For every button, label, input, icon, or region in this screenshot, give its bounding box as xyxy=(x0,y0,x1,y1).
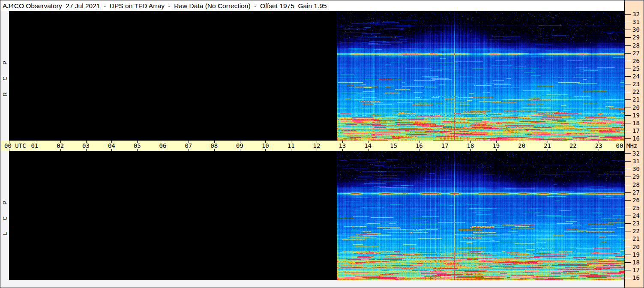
time-tick-label: 09 xyxy=(227,142,253,149)
freq-tick-label: 17 xyxy=(632,267,640,273)
freq-tick xyxy=(625,22,631,22)
freq-tick xyxy=(625,14,631,15)
freq-tick-label: 27 xyxy=(632,189,640,196)
freq-tick xyxy=(625,216,631,216)
time-tick-label: 16 xyxy=(406,142,432,149)
freq-tick xyxy=(625,153,631,154)
freq-tick xyxy=(625,45,631,46)
spectrograph-window: AJ4CO Observatory 27 Jul 2021 - DPS on T… xyxy=(0,0,644,288)
time-tick-label: 01 xyxy=(22,142,48,149)
freq-tick xyxy=(625,123,631,123)
freq-tick-label: 24 xyxy=(632,73,640,80)
polarization-label-lcp: L C P xyxy=(0,151,9,280)
freq-tick-label: 31 xyxy=(632,158,640,165)
freq-tick-label: 32 xyxy=(632,11,640,18)
time-tick-label: 10 xyxy=(252,142,278,149)
polarization-label-rcp: R C P xyxy=(0,11,9,141)
title-bar: AJ4CO Observatory 27 Jul 2021 - DPS on T… xyxy=(0,0,624,11)
freq-tick-label: 30 xyxy=(632,165,640,172)
freq-tick-label: 27 xyxy=(632,50,640,57)
freq-tick xyxy=(625,223,631,224)
freq-tick xyxy=(625,30,631,30)
time-tick-label: 02 xyxy=(48,142,73,149)
time-tick-label: 07 xyxy=(176,142,201,149)
freq-tick xyxy=(625,169,631,169)
time-tick-label: 14 xyxy=(355,142,381,149)
freq-tick-label: 25 xyxy=(632,204,640,211)
spectrogram-lcp-canvas xyxy=(9,151,624,280)
freq-tick-label: 26 xyxy=(632,57,640,64)
freq-tick-label: 21 xyxy=(632,235,640,242)
time-tick-label: 21 xyxy=(535,142,560,149)
freq-tick xyxy=(625,131,631,131)
freq-tick-label: 32 xyxy=(632,150,640,157)
freq-tick-label: 23 xyxy=(632,220,640,227)
freq-tick-label: 24 xyxy=(632,212,640,219)
time-tick-label: 22 xyxy=(560,142,586,149)
freq-tick-label: 16 xyxy=(632,274,640,281)
freq-tick xyxy=(625,255,631,255)
time-tick-label: 05 xyxy=(124,142,150,149)
frequency-unit-label: MHz xyxy=(626,142,637,149)
time-tick-label: 12 xyxy=(304,142,329,149)
freq-tick-label: 23 xyxy=(632,81,640,87)
freq-tick xyxy=(625,161,631,162)
time-tick-label: 20 xyxy=(509,142,535,149)
freq-tick-label: 28 xyxy=(632,42,640,49)
freq-tick xyxy=(625,262,631,263)
freq-tick xyxy=(625,53,631,54)
lcp-label-text: L C P xyxy=(2,195,8,235)
freq-tick xyxy=(625,92,631,92)
freq-tick-label: 31 xyxy=(632,18,640,25)
freq-tick xyxy=(625,108,631,108)
freq-tick-label: 16 xyxy=(632,135,640,142)
time-tick-label: 03 xyxy=(73,142,99,149)
freq-tick xyxy=(625,270,631,270)
freq-tick xyxy=(625,138,631,139)
time-tick-label: 19 xyxy=(483,142,509,149)
freq-tick-label: 20 xyxy=(632,104,640,111)
freq-tick xyxy=(625,278,631,278)
freq-tick xyxy=(625,177,631,177)
freq-tick xyxy=(625,76,631,77)
time-tick-label: 06 xyxy=(150,142,176,149)
freq-tick-label: 28 xyxy=(632,181,640,188)
time-tick-label: 13 xyxy=(329,142,355,149)
freq-tick-label: 25 xyxy=(632,65,640,72)
freq-tick-label: 29 xyxy=(632,34,640,41)
freq-tick xyxy=(625,37,631,38)
freq-tick-label: 18 xyxy=(632,120,640,126)
freq-tick xyxy=(625,84,631,84)
time-tick-label: 04 xyxy=(99,142,124,149)
freq-tick-label: 21 xyxy=(632,96,640,103)
rcp-label-text: R C P xyxy=(2,56,8,96)
freq-tick-label: 22 xyxy=(632,88,640,95)
freq-tick-label: 20 xyxy=(632,243,640,250)
freq-tick xyxy=(625,247,631,247)
time-tick-label: 15 xyxy=(381,142,407,149)
freq-tick-label: 17 xyxy=(632,127,640,134)
freq-tick xyxy=(625,200,631,201)
spectrogram-rcp-canvas xyxy=(9,11,624,141)
freq-tick xyxy=(625,69,631,69)
freq-tick-label: 26 xyxy=(632,197,640,204)
time-tick-label: 08 xyxy=(201,142,227,149)
freq-tick xyxy=(625,192,631,193)
freq-tick-label: 22 xyxy=(632,228,640,234)
freq-tick xyxy=(625,99,631,100)
freq-tick-label: 19 xyxy=(632,251,640,258)
freq-tick xyxy=(625,239,631,239)
freq-tick xyxy=(625,61,631,61)
freq-tick xyxy=(625,208,631,208)
freq-tick-label: 30 xyxy=(632,26,640,33)
freq-tick-label: 18 xyxy=(632,259,640,266)
freq-tick xyxy=(625,185,631,185)
freq-tick-label: 19 xyxy=(632,112,640,119)
time-tick-label: 17 xyxy=(432,142,458,149)
freq-tick xyxy=(625,115,631,116)
freq-tick xyxy=(625,231,631,231)
freq-tick-label: 29 xyxy=(632,173,640,180)
bottom-margin-strip xyxy=(0,280,624,288)
time-tick-label: 11 xyxy=(278,142,304,149)
time-tick-label: 18 xyxy=(458,142,483,149)
